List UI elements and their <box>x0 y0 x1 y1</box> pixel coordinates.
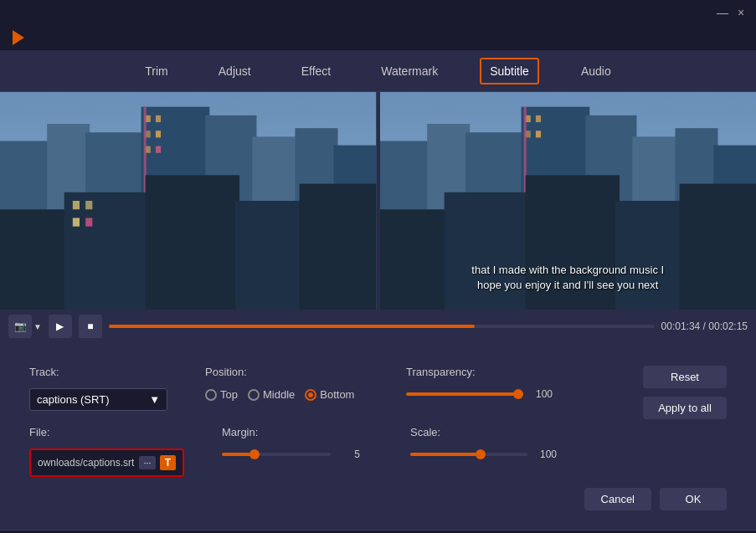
action-buttons: Reset Apply to all <box>643 366 727 419</box>
svg-rect-18 <box>64 192 150 310</box>
position-radio-group: Top Middle Bottom <box>205 388 373 401</box>
radio-top-label: Top <box>220 388 238 401</box>
tab-effect[interactable]: Effect <box>293 59 340 83</box>
tab-trim[interactable]: Trim <box>136 59 176 83</box>
title-bar: — × <box>0 0 756 25</box>
radio-middle-circle <box>248 389 260 401</box>
position-label: Position: <box>205 366 373 378</box>
svg-rect-43 <box>615 201 683 310</box>
svg-rect-17 <box>0 209 69 310</box>
camera-dropdown-icon[interactable]: ▼ <box>33 322 42 331</box>
tab-subtitle[interactable]: Subtitle <box>480 58 539 85</box>
subtitle-overlay: that I made with the background music I … <box>380 263 757 293</box>
video-panel-right: that I made with the background music I … <box>380 92 757 310</box>
tab-watermark[interactable]: Watermark <box>373 59 446 83</box>
svg-rect-13 <box>156 131 161 137</box>
reset-button[interactable]: Reset <box>643 366 727 388</box>
position-group: Position: Top Middle Bottom <box>205 366 373 419</box>
file-label: File: <box>29 426 184 438</box>
margin-slider[interactable] <box>222 453 331 456</box>
file-value: ownloads/captions.srt <box>38 457 135 469</box>
margin-slider-row: 5 <box>222 448 373 460</box>
scale-thumb <box>476 449 486 459</box>
file-group: File: ownloads/captions.srt ··· T <box>29 426 184 477</box>
app-header <box>0 25 756 50</box>
scale-slider[interactable] <box>410 453 527 456</box>
radio-bottom-label: Bottom <box>320 388 354 401</box>
transparency-group: Transparency: 100 <box>406 366 573 419</box>
svg-rect-22 <box>73 201 80 209</box>
svg-rect-15 <box>156 146 161 153</box>
video-panel-left <box>0 92 377 310</box>
bottom-bar: Format: 🎬 MP4 Output: 📁 Converted 📂 Merg… <box>0 530 756 533</box>
stop-button[interactable]: ■ <box>79 315 102 338</box>
play-button[interactable]: ▶ <box>49 315 72 338</box>
file-dots-button[interactable]: ··· <box>139 456 155 469</box>
camera-button[interactable]: 📷 <box>8 315 32 338</box>
radio-top-circle <box>205 389 217 401</box>
svg-rect-25 <box>85 218 92 226</box>
radio-middle-label: Middle <box>263 388 295 401</box>
transparency-slider-row: 100 <box>406 388 573 400</box>
radio-bottom-circle <box>305 389 316 401</box>
tab-adjust[interactable]: Adjust <box>210 59 260 83</box>
transparency-thumb <box>513 389 523 399</box>
svg-rect-36 <box>535 115 540 122</box>
apply-all-button[interactable]: Apply to all <box>643 397 727 419</box>
transport-bar: 📷 ▼ ▶ ■ 00:01:34 / 00:02:15 <box>0 310 756 343</box>
svg-rect-40 <box>380 209 449 310</box>
transparency-slider[interactable] <box>406 392 523 396</box>
position-middle[interactable]: Middle <box>248 388 295 401</box>
margin-value: 5 <box>339 448 360 460</box>
scale-value: 100 <box>536 448 557 460</box>
controls-second-row: File: ownloads/captions.srt ··· T Margin… <box>17 426 739 481</box>
cancel-button[interactable]: Cancel <box>584 488 651 510</box>
transparency-value: 100 <box>532 388 553 400</box>
close-button[interactable]: × <box>734 6 748 19</box>
preview-area: that I made with the background music I … <box>0 92 756 310</box>
svg-rect-21 <box>300 184 377 310</box>
camera-button-group[interactable]: 📷 ▼ <box>8 315 42 338</box>
svg-rect-24 <box>73 218 80 226</box>
subtitle-line1: that I made with the background music I <box>380 263 757 278</box>
svg-rect-38 <box>535 131 540 137</box>
track-select[interactable]: captions (SRT) ▼ <box>29 388 167 411</box>
scale-slider-row: 100 <box>410 448 557 460</box>
ok-button[interactable]: OK <box>660 488 727 510</box>
file-input-box: ownloads/captions.srt ··· T <box>29 448 184 477</box>
position-bottom[interactable]: Bottom <box>305 388 354 401</box>
app-logo-icon <box>8 28 28 48</box>
time-display: 00:01:34 / 00:02:15 <box>661 320 748 332</box>
svg-rect-20 <box>235 201 304 310</box>
svg-rect-23 <box>85 201 92 209</box>
track-dropdown-icon: ▼ <box>149 393 160 406</box>
scale-fill <box>410 453 481 456</box>
svg-rect-19 <box>146 175 239 310</box>
svg-rect-11 <box>156 115 161 122</box>
scale-label: Scale: <box>410 426 557 438</box>
tab-audio[interactable]: Audio <box>573 59 620 83</box>
transparency-label: Transparency: <box>406 366 573 378</box>
margin-group: Margin: 5 <box>222 426 373 460</box>
track-value: captions (SRT) <box>37 393 109 406</box>
svg-marker-0 <box>13 30 24 45</box>
progress-fill <box>109 325 475 328</box>
dialog-buttons-row: Cancel OK <box>17 481 739 517</box>
controls-main-row: Track: captions (SRT) ▼ Position: Top Mi… <box>17 356 739 426</box>
position-top[interactable]: Top <box>205 388 238 401</box>
track-label: Track: <box>29 366 172 378</box>
margin-thumb <box>249 449 260 459</box>
controls-area: Track: captions (SRT) ▼ Position: Top Mi… <box>0 343 756 530</box>
subtitle-line2: hope you enjoy it and I'll see you next <box>380 278 757 293</box>
progress-track[interactable] <box>109 325 655 328</box>
margin-label: Margin: <box>222 426 373 438</box>
scale-group: Scale: 100 <box>410 426 557 460</box>
file-t-button[interactable]: T <box>160 455 176 470</box>
track-group: Track: captions (SRT) ▼ <box>29 366 172 419</box>
tabs-bar: Trim Adjust Effect Watermark Subtitle Au… <box>0 50 756 92</box>
minimize-button[interactable]: — <box>716 6 729 19</box>
